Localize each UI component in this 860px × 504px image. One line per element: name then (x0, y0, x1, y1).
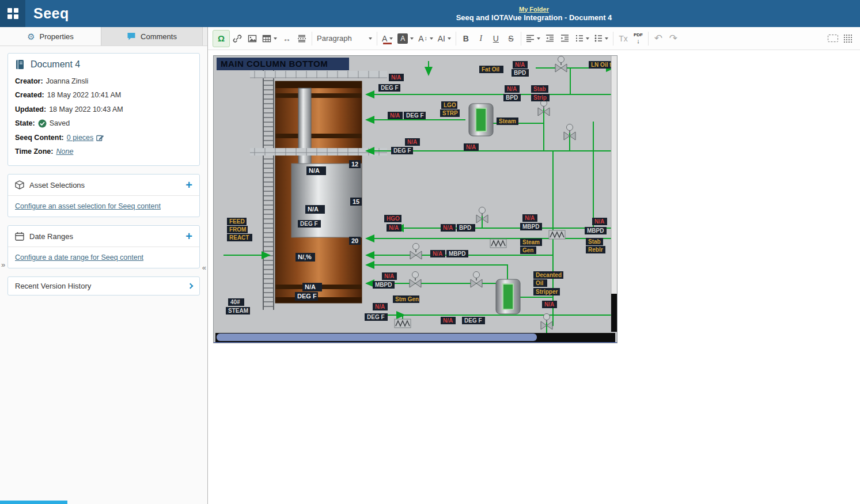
align-button[interactable] (524, 30, 543, 47)
svg-text:DEG F: DEG F (381, 85, 399, 91)
hmi-label: Gen (520, 247, 536, 254)
saved-check-icon (38, 119, 47, 128)
hmi-label: N/A (505, 85, 520, 93)
fixed-width-button[interactable] (825, 30, 840, 47)
add-date-range-button[interactable]: + (185, 230, 192, 242)
journal-icon (15, 59, 25, 70)
hmi-label: N/A (382, 272, 397, 280)
distillation-column (275, 81, 362, 303)
hmi-label: Stab (586, 238, 603, 245)
hmi-label: LGO (441, 101, 457, 109)
redo-button[interactable]: ↷ (666, 30, 681, 47)
svg-text:20: 20 (351, 237, 358, 244)
numbered-list-button[interactable] (573, 30, 592, 47)
panel-title: Asset Selections (29, 181, 85, 190)
add-asset-selection-button[interactable]: + (185, 179, 192, 191)
process-diagram-image[interactable]: MAIN COLUMN BOTTOM (213, 55, 617, 343)
expand-left-panel-button[interactable]: » (1, 260, 5, 269)
tray-strip (250, 71, 387, 78)
hmi-label: 20 (349, 237, 361, 245)
clear-formatting-button[interactable]: Tx (616, 30, 631, 47)
panel-title: Date Ranges (29, 232, 73, 241)
undo-button[interactable]: ↶ (651, 30, 666, 47)
svg-text:MAIN COLUMN BOTTOM: MAIN COLUMN BOTTOM (221, 59, 328, 69)
field-label: Created: (15, 88, 44, 102)
hmi-vertical-scroll-dark (611, 294, 617, 332)
field-value: Saved (50, 116, 70, 130)
decrease-indent-button[interactable] (543, 30, 558, 47)
stripper-vessel (469, 104, 493, 136)
font-options-glyph: AI (438, 34, 445, 43)
insert-table-button[interactable] (260, 30, 279, 47)
highlight-color-button[interactable]: A (395, 30, 416, 47)
text-color-button[interactable]: A (380, 30, 395, 47)
svg-text:N/A: N/A (305, 283, 316, 290)
hmi-label: STEAM (226, 307, 250, 314)
hmi-label: HGO (384, 215, 401, 222)
hmi-label: N/A (522, 214, 537, 222)
svg-text:Stab: Stab (588, 238, 601, 245)
heat-exchanger-icon (395, 319, 411, 328)
seeq-content-tool-button[interactable]: Ω (213, 30, 230, 47)
top-bar: Seeq My Folder Seeq and IOTAVue Integrat… (0, 0, 860, 27)
hmi-label: DEG F (295, 292, 318, 301)
tab-properties[interactable]: ⚙ Properties (0, 27, 101, 46)
font-size-button[interactable]: A ↕ (416, 30, 435, 47)
document-editor[interactable]: MAIN COLUMN BOTTOM (208, 50, 860, 504)
svg-text:Gen: Gen (522, 247, 533, 253)
svg-text:MBPD: MBPD (522, 223, 539, 230)
bulleted-list-button[interactable] (592, 30, 611, 47)
seeq-content-link[interactable]: 0 pieces (67, 131, 94, 145)
svg-text:BPD: BPD (459, 225, 471, 231)
configure-date-range-link[interactable]: Configure a date range for Seeq content (15, 253, 143, 262)
recent-version-history-button[interactable]: Recent Version History (7, 276, 200, 295)
bulleted-list-icon (594, 34, 603, 43)
increase-indent-button[interactable] (558, 30, 573, 47)
table-icon (262, 34, 271, 43)
svg-text:Reblr: Reblr (588, 247, 603, 253)
bold-button[interactable]: B (459, 30, 473, 47)
svg-text:LN Oil t: LN Oil t (591, 62, 612, 68)
configure-asset-selection-link[interactable]: Configure an asset selection for Seeq co… (15, 202, 161, 210)
chevron-down-icon (586, 37, 589, 40)
grid-icon (7, 8, 18, 19)
resize-grid-button[interactable] (840, 30, 855, 47)
hmi-label: N/A (302, 283, 322, 291)
align-left-icon (526, 34, 535, 43)
breadcrumb-my-folder[interactable]: My Folder (519, 6, 549, 13)
insert-image-button[interactable] (245, 30, 260, 47)
paragraph-format-select[interactable]: Paragraph (315, 30, 374, 47)
svg-text:DEG F: DEG F (297, 293, 317, 300)
page-break-button[interactable] (294, 30, 309, 47)
underline-button[interactable]: U (488, 30, 503, 47)
font-options-button[interactable]: AI (435, 30, 453, 47)
comment-icon (127, 32, 136, 41)
chevron-down-icon (448, 37, 451, 40)
export-pdf-button[interactable]: PDF ↓ (631, 30, 646, 47)
version-history-label: Recent Version History (15, 282, 91, 290)
svg-text:N/A: N/A (443, 225, 453, 231)
field-label: Creator: (15, 74, 43, 88)
edit-pencil-icon[interactable] (96, 134, 104, 142)
field-label: Updated: (15, 103, 46, 116)
hmi-label: MBPD (585, 227, 607, 234)
hmi-label: N/A (387, 224, 401, 232)
svg-text:FROM: FROM (229, 226, 246, 233)
tab-comments[interactable]: Comments (101, 27, 203, 46)
timezone-link[interactable]: None (56, 145, 73, 158)
hmi-label: DEG F (378, 84, 400, 92)
link-icon (233, 34, 242, 43)
insert-link-button[interactable] (230, 30, 245, 47)
svg-text:40#: 40# (230, 299, 240, 305)
hmi-label: 15 (350, 198, 362, 206)
italic-button[interactable]: I (473, 30, 488, 47)
horizontal-rule-button[interactable]: ↔ (279, 30, 294, 47)
svg-text:BPD: BPD (514, 70, 526, 76)
collapse-sidebar-button[interactable]: « (202, 263, 206, 272)
app-menu-button[interactable] (0, 0, 25, 27)
hmi-label: FEED (227, 218, 247, 225)
numbered-list-icon (575, 34, 584, 43)
toolbar-separator (648, 32, 649, 46)
strikethrough-button[interactable]: S (503, 30, 518, 47)
brand-logo[interactable]: Seeq (33, 5, 69, 22)
